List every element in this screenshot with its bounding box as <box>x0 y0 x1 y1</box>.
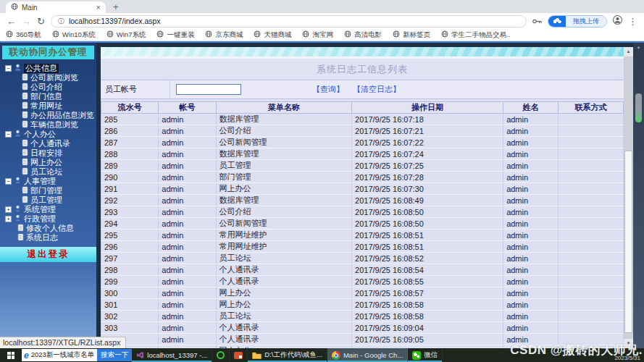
bookmark-item[interactable]: 天猫商城 <box>254 30 291 40</box>
tree-group[interactable]: −人事管理 <box>0 177 96 186</box>
table-row[interactable]: 290admin部门管理2017/9/25 16:07:28admin <box>101 172 624 183</box>
bookmark-item[interactable]: Win10系统 <box>52 30 96 40</box>
tree-leaf[interactable]: 修改个人信息 <box>0 224 96 233</box>
tree-leaf[interactable]: 车辆信息浏览 <box>0 120 96 130</box>
table-cell: 2017/9/25 16:08:55 <box>352 276 503 287</box>
refresh-icon[interactable]: ↻ <box>37 17 45 26</box>
table-row[interactable]: 287admin公司新闻管理2017/9/25 16:07:22admin <box>101 137 624 148</box>
taskbar-search-box[interactable]: e 2023新一线城市名单 搜索一下 <box>22 349 132 361</box>
table-row[interactable]: 286admin公司介绍2017/9/25 16:07:21admin <box>101 125 624 137</box>
table-row[interactable]: 303admin个人通讯录2017/9/25 16:09:04admin <box>101 322 624 334</box>
tree-leaf[interactable]: 公司介绍 <box>0 83 96 92</box>
profile-avatar-icon[interactable] <box>613 14 622 28</box>
address-bar[interactable]: ⓘ localhost:13397/index.aspx <box>51 15 527 28</box>
bookmark-item[interactable]: 高清电影 <box>344 30 382 40</box>
clear-log-link[interactable]: 【清空日志】 <box>353 84 401 95</box>
table-row[interactable]: 302admin员工论坛2017/9/25 16:08:58admin <box>101 311 624 322</box>
tree-leaf[interactable]: 网上办公 <box>0 158 96 167</box>
taskbar-item-media-app[interactable] <box>230 348 248 362</box>
table-row[interactable]: 297admin员工论坛2017/9/25 16:08:52admin <box>101 253 624 264</box>
tree-leaf[interactable]: 系统日志 <box>0 233 96 243</box>
browser-menu-icon[interactable]: ⋮ <box>628 17 637 26</box>
tree-leaf[interactable]: 部门信息 <box>0 92 96 101</box>
globe-favicon-icon <box>106 30 114 39</box>
taskbar-item-folder[interactable]: D:\工作代码\咸鱼... <box>248 348 327 362</box>
table-row[interactable]: 298admin个人通讯录2017/9/25 16:08:54admin <box>101 264 624 276</box>
table-row[interactable]: 285admin数据库管理2017/9/25 16:07:18admin <box>101 114 624 125</box>
table-row[interactable]: 292admin数据库管理2017/9/25 16:08:49admin <box>101 195 624 206</box>
back-icon[interactable]: ← <box>7 17 16 26</box>
taskbar-item-visual-studio[interactable]: localhost_13397 -... <box>132 348 212 362</box>
collapse-icon[interactable]: − <box>5 131 12 138</box>
tree-leaf[interactable]: 常用网址 <box>0 101 96 111</box>
bookmark-item[interactable]: 360导航 <box>6 30 41 40</box>
table-row[interactable]: 294admin公司新闻管理2017/9/25 16:08:50admin <box>101 218 624 230</box>
table-row[interactable]: 291admin网上办公2017/9/25 16:07:30admin <box>101 183 624 195</box>
table-cell <box>558 287 623 299</box>
tree-leaf[interactable]: 部门管理 <box>0 186 96 195</box>
collapse-icon[interactable]: − <box>5 65 12 72</box>
browser-scrollbar[interactable]: ▲ <box>633 43 644 348</box>
content-scrollbar[interactable]: ▲ ▼ <box>624 47 633 348</box>
taskbar-item-wechat[interactable]: 微信 <box>408 348 443 362</box>
employee-account-input[interactable] <box>176 84 241 95</box>
tree-group[interactable]: +系统管理 <box>0 205 96 214</box>
expand-icon[interactable]: + <box>5 206 12 213</box>
tree-group[interactable]: −个人办公 <box>0 130 96 139</box>
tree-leaf[interactable]: 员工管理 <box>0 195 96 205</box>
tree-leaf[interactable]: 个人通讯录 <box>0 139 96 148</box>
table-row[interactable]: 296admin常用网址维护2017/9/25 16:08:51admin <box>101 241 624 253</box>
new-tab-button[interactable]: + <box>113 1 119 12</box>
tab-close-icon[interactable]: × <box>96 3 101 12</box>
table-cell <box>558 218 623 230</box>
content-scroll-thumb[interactable] <box>624 151 632 333</box>
chrome-icon <box>332 351 340 360</box>
table-row[interactable]: 288admin数据库管理2017/9/25 16:07:24admin <box>101 148 624 160</box>
tree-leaf[interactable]: 员工论坛 <box>0 167 96 177</box>
query-link[interactable]: 【查询】 <box>312 84 344 95</box>
table-row[interactable]: 293admin公司介绍2017/9/25 16:08:50admin <box>101 206 624 218</box>
logout-button[interactable]: 退出登录 <box>0 247 96 262</box>
table-cell: 公司介绍 <box>216 125 351 137</box>
scroll-up-icon[interactable]: ▲ <box>624 47 633 56</box>
tree-leaf[interactable]: 办公用品信息浏览 <box>0 111 96 120</box>
table-cell: 网上办公 <box>216 183 351 195</box>
document-icon <box>22 158 28 168</box>
password-key-icon[interactable] <box>532 14 542 28</box>
bookmark-item[interactable]: 一键重装 <box>156 30 194 40</box>
table-cell: 数据库管理 <box>216 195 351 206</box>
browser-scroll-thumb[interactable] <box>635 93 642 122</box>
table-cell: admin <box>159 183 216 195</box>
expand-icon[interactable]: + <box>5 216 12 222</box>
employee-account-label: 员工帐号 <box>101 80 170 98</box>
table-row[interactable]: 295admin常用网址维护2017/9/25 16:08:51admin <box>101 230 624 241</box>
table-row[interactable]: 300admin网上办公2017/9/25 16:08:57admin <box>101 287 624 299</box>
browser-scroll-up-icon[interactable]: ▲ <box>633 43 644 51</box>
bookmark-item[interactable]: 学生二手物品交易.. <box>441 30 510 40</box>
site-info-icon[interactable]: ⓘ <box>58 17 64 26</box>
tree-leaf[interactable]: 日程安排 <box>0 148 96 158</box>
table-row[interactable]: 289admin员工管理2017/9/25 16:07:25admin <box>101 160 624 172</box>
table-cell <box>558 160 623 172</box>
search-go-button[interactable]: 搜索一下 <box>97 349 132 361</box>
table-row[interactable]: 299admin个人通讯录2017/9/25 16:08:55admin <box>101 276 624 287</box>
taskbar-search-value[interactable]: 2023新一线城市名单 <box>31 350 95 360</box>
bookmark-item[interactable]: 新标签页 <box>393 30 430 40</box>
collapse-icon[interactable]: − <box>5 178 12 185</box>
table-header-row: 流水号帐号菜单名称操作日期姓名联系方式 <box>101 102 624 114</box>
taskbar-item-green-app[interactable] <box>212 348 230 362</box>
table-cell: 2017/9/25 16:08:52 <box>352 253 503 264</box>
bookmark-item[interactable]: 京东商城 <box>205 30 243 40</box>
browser-tab-main[interactable]: Main × <box>6 1 106 13</box>
bookmark-item[interactable]: Win7系统 <box>106 30 146 40</box>
table-row[interactable]: 301admin网上办公2017/9/25 16:08:58admin <box>101 299 624 311</box>
tree-leaf[interactable]: 公司新闻浏览 <box>0 73 96 83</box>
tree-group[interactable]: −公共信息 <box>0 64 96 73</box>
taskbar-item-chrome[interactable]: Main - Google Ch... <box>327 348 408 362</box>
tree-group[interactable]: +行政管理 <box>0 214 96 224</box>
table-cell: 常用网址维护 <box>216 241 351 253</box>
start-button[interactable] <box>0 348 22 362</box>
table-cell: 公司介绍 <box>216 206 351 218</box>
bookmark-item[interactable]: 淘宝网 <box>302 30 333 40</box>
netdisk-extension-badge[interactable]: 拖拽上传 <box>548 15 607 28</box>
